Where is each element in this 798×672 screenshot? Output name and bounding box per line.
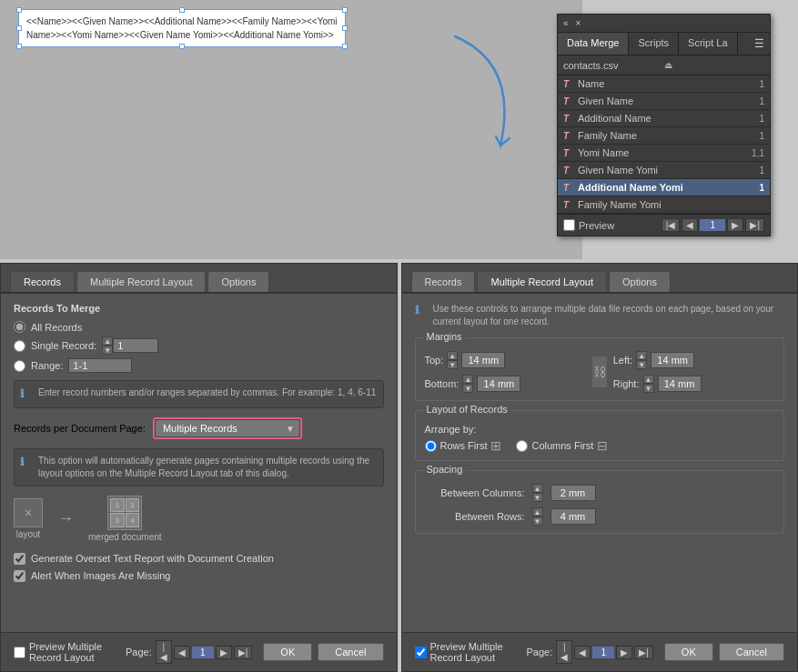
single-record-up[interactable]: ▲ xyxy=(102,336,113,346)
field-num: 1 xyxy=(759,96,764,106)
right-tab-multiple-record[interactable]: Multiple Record Layout xyxy=(477,271,607,292)
nav-first-button[interactable]: |◀ xyxy=(662,218,681,232)
between-columns-row: Between Columns: ▲ ▼ xyxy=(425,484,775,502)
left-down[interactable]: ▼ xyxy=(636,360,647,369)
handle-mr[interactable] xyxy=(342,25,348,31)
layout-box: × xyxy=(14,498,43,527)
nav-prev-button[interactable]: ◀ xyxy=(682,218,698,232)
rows-down[interactable]: ▼ xyxy=(532,517,543,526)
between-cols-input[interactable] xyxy=(551,485,596,501)
right-cancel-button[interactable]: Cancel xyxy=(719,643,784,661)
left-nav-next[interactable]: ▶ xyxy=(216,646,232,659)
right-tab-records[interactable]: Records xyxy=(411,271,476,292)
field-item[interactable]: T Family Name Yomi xyxy=(558,196,770,214)
rows-up[interactable]: ▲ xyxy=(532,507,543,517)
handle-tr[interactable] xyxy=(342,7,348,13)
left-nav-last[interactable]: ▶| xyxy=(234,646,253,659)
handle-bl[interactable] xyxy=(16,44,22,49)
right-page-label: Page: xyxy=(526,647,552,657)
preview-checkbox[interactable] xyxy=(563,219,575,231)
panel-eject-button[interactable]: ⏏ xyxy=(661,59,765,71)
right-ok-button[interactable]: OK xyxy=(664,643,713,661)
left-preview-label: Preview Multiple Record Layout xyxy=(29,641,120,663)
link-icon[interactable]: ⛓ xyxy=(591,356,608,388)
tab-script-la[interactable]: Script La xyxy=(679,33,737,55)
all-records-radio[interactable] xyxy=(14,321,25,333)
right-nav-last[interactable]: ▶| xyxy=(634,646,653,659)
top-down[interactable]: ▼ xyxy=(447,360,458,369)
nav-next-button[interactable]: ▶ xyxy=(727,218,743,232)
panel-page-input[interactable] xyxy=(700,219,725,231)
single-record-input[interactable] xyxy=(113,338,158,353)
right-tab-options[interactable]: Options xyxy=(609,271,671,292)
single-record-radio[interactable] xyxy=(14,340,25,352)
tab-data-merge[interactable]: Data Merge xyxy=(558,33,629,55)
range-radio[interactable] xyxy=(14,360,25,372)
left-nav-prev[interactable]: ◀ xyxy=(174,646,190,659)
columns-first-radio[interactable] xyxy=(516,440,528,452)
left-page-input[interactable] xyxy=(192,647,214,658)
panel-collapse-icon[interactable]: « xyxy=(563,18,569,28)
left-page-label: Page: xyxy=(126,647,152,657)
handle-ml[interactable] xyxy=(16,25,22,31)
bottom-down[interactable]: ▼ xyxy=(462,384,473,393)
field-item[interactable]: T Yomi Name 1,1 xyxy=(558,145,770,162)
left-ok-button[interactable]: OK xyxy=(263,643,312,661)
field-item[interactable]: T Additional Name 1 xyxy=(558,110,770,127)
handle-tl[interactable] xyxy=(16,7,22,13)
right-footer-page: Page: |◀ ◀ ▶ ▶| xyxy=(526,640,652,664)
right-page-input[interactable] xyxy=(592,647,614,658)
top-up[interactable]: ▲ xyxy=(447,351,458,360)
right-input[interactable] xyxy=(658,376,702,392)
rows-first-icon: ⊞ xyxy=(490,438,501,453)
field-name: Yomi Name xyxy=(578,147,752,158)
left-tab-options[interactable]: Options xyxy=(207,271,269,292)
columns-first-label: Columns First xyxy=(531,440,593,451)
merged-cell-4: 4 xyxy=(126,513,140,527)
field-item[interactable]: T Name 1 xyxy=(558,75,770,93)
check-images-label: Alert When Images Are Missing xyxy=(31,570,170,581)
range-input[interactable] xyxy=(68,358,132,373)
left-preview-checkbox[interactable] xyxy=(14,647,25,658)
left-nav-first[interactable]: |◀ xyxy=(156,640,172,664)
top-input[interactable]: 14 mm xyxy=(461,352,505,368)
bottom-margin-row: Bottom: ▲ ▼ xyxy=(425,375,586,393)
bottom-up[interactable]: ▲ xyxy=(462,375,473,384)
rows-first-radio[interactable] xyxy=(425,440,437,452)
left-input[interactable] xyxy=(651,352,694,368)
left-tab-multiple-record[interactable]: Multiple Record Layout xyxy=(76,271,207,292)
margins-section: Margins Top: ▲ ▼ 14 mm ⛓ Left: xyxy=(415,337,785,401)
field-item[interactable]: T Family Name 1 xyxy=(558,127,770,145)
between-rows-input[interactable] xyxy=(551,508,596,525)
dropdown-wrapper: Single Record Multiple Records ▼ xyxy=(153,417,302,439)
right-nav-next[interactable]: ▶ xyxy=(616,646,632,659)
right-down[interactable]: ▼ xyxy=(643,384,654,393)
handle-bm[interactable] xyxy=(179,44,185,49)
left-tab-records[interactable]: Records xyxy=(10,271,75,292)
field-item[interactable]: T Given Name Yomi 1 xyxy=(558,162,770,179)
panel-close-icon[interactable]: × xyxy=(576,18,581,28)
right-preview-checkbox[interactable] xyxy=(415,647,427,658)
preview-label: Preview xyxy=(579,220,614,231)
cols-up[interactable]: ▲ xyxy=(532,484,543,493)
right-nav-prev[interactable]: ◀ xyxy=(574,646,591,659)
right-nav-first[interactable]: |◀ xyxy=(556,640,572,664)
left-cancel-button[interactable]: Cancel xyxy=(318,643,383,661)
cols-down[interactable]: ▼ xyxy=(532,493,543,502)
right-up[interactable]: ▲ xyxy=(643,375,654,384)
nav-last-button[interactable]: ▶| xyxy=(745,218,764,232)
check-images[interactable] xyxy=(14,570,25,582)
handle-tm[interactable] xyxy=(179,7,185,13)
left-up[interactable]: ▲ xyxy=(636,351,647,360)
check-overset[interactable] xyxy=(14,553,25,565)
tab-scripts[interactable]: Scripts xyxy=(629,33,679,55)
panel-menu-icon[interactable]: ☰ xyxy=(749,33,770,55)
single-record-down[interactable]: ▼ xyxy=(102,346,113,355)
layout-caption: layout xyxy=(16,529,41,539)
field-item-selected[interactable]: T Additional Name Yomi 1 xyxy=(558,179,770,196)
left-margin-row: Left: ▲ ▼ xyxy=(613,351,774,369)
field-item[interactable]: T Given Name 1 xyxy=(558,93,770,110)
bottom-input[interactable] xyxy=(477,376,520,392)
records-per-page-dropdown[interactable]: Single Record Multiple Records xyxy=(155,419,300,437)
handle-br[interactable] xyxy=(342,44,348,49)
